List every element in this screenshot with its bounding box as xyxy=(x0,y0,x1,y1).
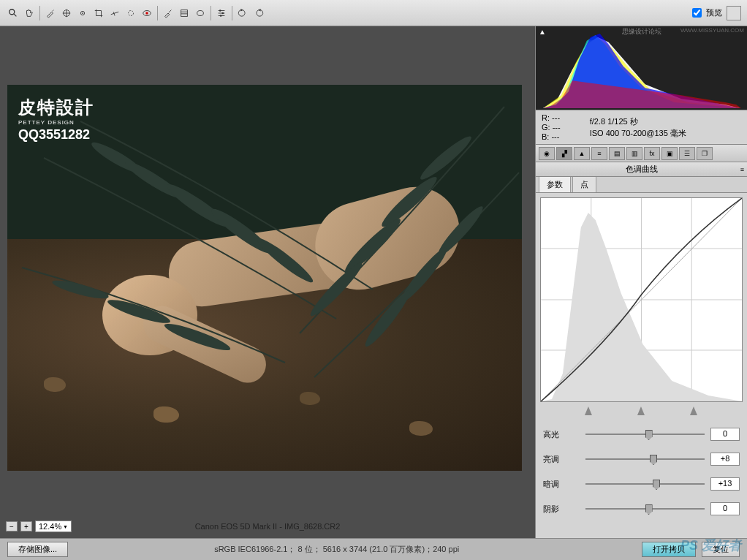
shadow-slider[interactable] xyxy=(585,503,705,515)
svg-rect-12 xyxy=(181,10,188,16)
white-balance-icon[interactable] xyxy=(43,6,58,20)
rgb-readout: R: --- G: --- B: --- f/2.8 1/125 秒 ISO 4… xyxy=(536,110,747,145)
svg-line-1 xyxy=(14,13,17,16)
svg-point-35 xyxy=(106,295,172,327)
redeye-tool-icon[interactable] xyxy=(140,6,154,20)
iso-info: ISO 400 70-200@135 毫米 xyxy=(590,128,686,139)
basic-panel-icon[interactable]: ◉ xyxy=(539,147,555,160)
straighten-tool-icon[interactable] xyxy=(107,6,122,20)
highlight-label: 高光 xyxy=(543,429,580,440)
svg-point-0 xyxy=(10,9,15,14)
light-label: 亮调 xyxy=(543,454,580,465)
parametric-sliders: 高光 0 亮调 +8 暗调 +13 阴影 0 xyxy=(536,418,747,526)
aperture-info: f/2.8 1/125 秒 xyxy=(590,116,686,127)
preview-checkbox[interactable] xyxy=(692,8,702,18)
adjustment-panel-tabs: ◉ ▞ ▲ ≡ ▤ ▥ fx ▣ ☰ ❐ xyxy=(536,145,747,162)
hand-tool-icon[interactable] xyxy=(22,6,37,20)
highlight-value[interactable]: 0 xyxy=(710,428,740,441)
svg-point-34 xyxy=(51,277,110,302)
svg-point-27 xyxy=(417,132,474,183)
graduated-filter-icon[interactable] xyxy=(177,6,192,20)
rotate-cw-icon[interactable] xyxy=(251,6,266,20)
light-slider[interactable] xyxy=(585,453,705,465)
adjustment-brush-icon[interactable] xyxy=(161,6,175,20)
mid-split-handle[interactable] xyxy=(637,406,645,415)
zoom-in-button[interactable]: + xyxy=(20,521,32,531)
dark-label: 暗调 xyxy=(543,479,580,490)
svg-point-6 xyxy=(82,12,83,14)
bottom-bar: 存储图像... sRGB IEC61966-2.1； 8 位； 5616 x 3… xyxy=(0,538,747,560)
r-value: R: --- xyxy=(542,113,561,122)
spot-removal-icon[interactable] xyxy=(124,6,138,20)
svg-line-7 xyxy=(111,12,119,15)
color-sampler-icon[interactable] xyxy=(59,6,74,20)
svg-point-9 xyxy=(129,10,134,15)
svg-point-26 xyxy=(254,234,316,287)
panel-menu-icon[interactable]: ≡ xyxy=(740,166,744,173)
detail-panel-icon[interactable]: ▲ xyxy=(574,147,590,160)
zoom-value-dropdown[interactable]: 12.4% xyxy=(35,521,72,532)
zoom-out-button[interactable]: − xyxy=(6,521,18,531)
tone-curve-panel-icon[interactable]: ▞ xyxy=(556,147,572,160)
camera-info: Canon EOS 5D Mark II - IMG_8628.CR2 xyxy=(195,522,341,531)
dark-slider[interactable] xyxy=(585,478,705,490)
camera-cal-panel-icon[interactable]: ▣ xyxy=(661,147,678,160)
parametric-tab[interactable]: 参数 xyxy=(539,176,571,192)
hsl-panel-icon[interactable]: ≡ xyxy=(591,147,607,160)
zoom-controls: − + 12.4% xyxy=(6,521,72,532)
image-info[interactable]: sRGB IEC61966-2.1； 8 位； 5616 x 3744 (21.… xyxy=(214,544,459,555)
shadow-label: 阴影 xyxy=(543,504,580,515)
lens-panel-icon[interactable]: ▥ xyxy=(626,147,642,160)
image-preview[interactable]: 皮特設計 PETTEY DESIGN QQ3551282 xyxy=(7,85,522,471)
tone-curve-graph[interactable] xyxy=(540,197,743,402)
right-panel: ▲ 思缘设计论坛 WWW.MISSYUAN.COM R: --- G: --- … xyxy=(535,26,747,538)
dark-value[interactable]: +13 xyxy=(710,477,740,491)
svg-point-33 xyxy=(361,287,414,349)
svg-point-28 xyxy=(378,173,441,231)
svg-point-20 xyxy=(221,12,224,14)
site-watermark: PS 爱好者 xyxy=(680,537,741,554)
svg-point-15 xyxy=(197,10,204,15)
svg-point-36 xyxy=(162,319,232,355)
fx-panel-icon[interactable]: fx xyxy=(644,147,660,160)
point-tab[interactable]: 点 xyxy=(572,176,596,192)
svg-point-30 xyxy=(307,259,366,319)
image-watermark: 皮特設計 PETTEY DESIGN QQ3551282 xyxy=(18,96,94,143)
snapshots-panel-icon[interactable]: ❐ xyxy=(697,147,713,160)
svg-point-21 xyxy=(220,15,222,17)
presets-panel-icon[interactable]: ☰ xyxy=(679,147,695,160)
shadow-clip-icon[interactable]: ▲ xyxy=(539,28,546,36)
panel-title: 色调曲线 ≡ xyxy=(536,162,747,177)
light-value[interactable]: +8 xyxy=(710,453,740,466)
target-adjust-icon[interactable] xyxy=(75,6,90,20)
preview-label: 预览 xyxy=(706,7,722,18)
curve-subtabs: 参数 点 xyxy=(536,177,747,193)
zoom-tool-icon[interactable] xyxy=(6,6,20,20)
crop-tool-icon[interactable] xyxy=(91,6,106,20)
canvas-area: 皮特設計 PETTEY DESIGN QQ3551282 − + 12.4% C… xyxy=(0,26,535,538)
histogram[interactable]: ▲ 思缘设计论坛 WWW.MISSYUAN.COM xyxy=(536,26,747,110)
svg-point-24 xyxy=(164,180,232,232)
highlight-slider[interactable] xyxy=(585,428,705,440)
highlight-split-handle[interactable] xyxy=(690,406,697,415)
save-image-button[interactable]: 存储图像... xyxy=(7,542,68,557)
shadow-value[interactable]: 0 xyxy=(710,502,740,515)
fullscreen-toggle-icon[interactable] xyxy=(727,6,741,20)
split-tone-panel-icon[interactable]: ▤ xyxy=(609,147,625,160)
svg-point-11 xyxy=(145,12,148,15)
radial-filter-icon[interactable] xyxy=(193,6,208,20)
region-split-sliders[interactable] xyxy=(540,406,743,418)
svg-point-19 xyxy=(219,10,221,12)
g-value: G: --- xyxy=(542,123,561,132)
main-toolbar: 预览 xyxy=(0,0,747,26)
shadow-split-handle[interactable] xyxy=(585,406,592,415)
svg-point-29 xyxy=(341,214,404,276)
prefs-icon[interactable] xyxy=(214,6,229,20)
rotate-ccw-icon[interactable] xyxy=(235,6,250,20)
b-value: B: --- xyxy=(542,132,561,141)
